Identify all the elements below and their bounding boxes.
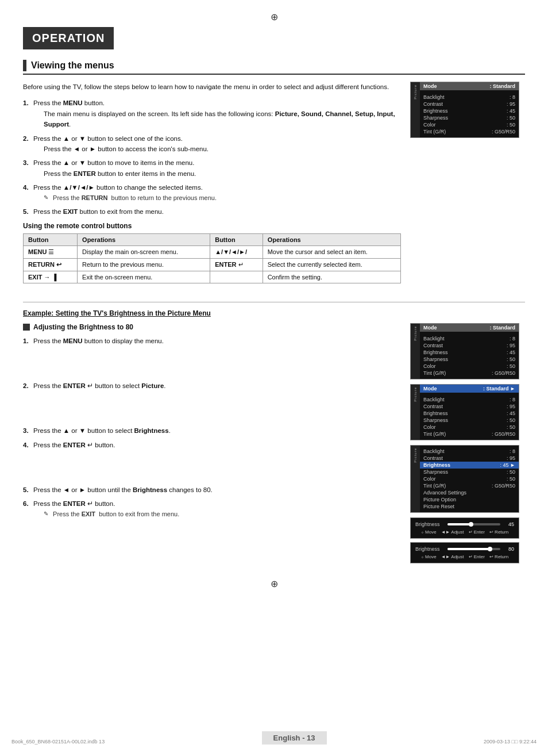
section1-main-text: Before using the TV, follow the steps be… [23, 82, 401, 293]
ex-step-5-content: Press the ◄ or ► button until the Bright… [33, 485, 401, 495]
slider-return-control-2: ↩ Return [489, 554, 508, 559]
table-cell-ops1-r1: Display the main on-screen menu. [78, 245, 210, 258]
step-1-num: 1. [23, 98, 33, 129]
tv-screen-ex2: Picture Mode: Standard ► Backlight: 8 Co… [410, 384, 519, 440]
step-4-note: ✎ Press the RETURN button to return to t… [44, 193, 401, 204]
table-cell-ops1-r3: Exit the on-screen menu. [78, 271, 210, 283]
step-3-content: Press the ▲ or ▼ button to move to items… [33, 158, 401, 179]
brightness-slider-45: Brightness 45 ⬦ Move ◄► Adjust ↵ Enter ↩… [410, 517, 519, 539]
example-screens-panel: Picture Mode: Standard Backlight: 8 Cont… [410, 323, 525, 567]
ex-step-6-note: ✎ Press the EXIT button to exit from the… [44, 509, 401, 520]
step-4-content: Press the ▲/▼/◄/► button to change the s… [33, 182, 401, 203]
sub-section-title-text: Adjusting the Brightness to 80 [33, 323, 133, 331]
section-title-bar [23, 60, 26, 71]
example-layout: Adjusting the Brightness to 80 1. Press … [23, 323, 525, 567]
slider-adjust-control-2: ◄► Adjust [441, 554, 464, 559]
ex-step-2-content: Press the ENTER ↵ button to select Pictu… [33, 381, 401, 391]
table-row: EXIT → ▐ Exit the on-screen menu. Confir… [24, 271, 401, 283]
screenshot-panel-top: Picture Mode: Standard Backlight: 8 Cont… [410, 82, 525, 293]
ex-step-6-num: 6. [23, 498, 33, 519]
example-step-6: 6. Press the ENTER ↵ button. ✎ Press the… [23, 498, 401, 519]
ex-step-6-content: Press the ENTER ↵ button. ✎ Press the EX… [33, 498, 401, 519]
table-cell-btn2-r2: ENTER ↵ [210, 258, 263, 271]
step-1-content: Press the MENU button. The main menu is … [33, 98, 401, 129]
intro-paragraph: Before using the TV, follow the steps be… [23, 82, 401, 92]
slider-enter-control: ↵ Enter [469, 529, 485, 535]
step-2-content: Press the ▲ or ▼ button to select one of… [33, 133, 401, 155]
ex-step-4-num: 4. [23, 440, 33, 450]
crosshair-top-decoration: ⊕ [23, 11, 525, 22]
table-header-ops2: Operations [263, 233, 400, 245]
remote-buttons-title: Using the remote control buttons [23, 222, 401, 230]
tv-screen-1: Picture Mode: Standard Backlight: 8 Cont… [410, 82, 519, 138]
table-cell-ops2-r1: Move the cursor and select an item. [263, 245, 400, 258]
operation-banner: OPERATION [23, 27, 114, 49]
step-5-num: 5. [23, 206, 33, 217]
table-cell-btn1-r2: RETURN ↩ [24, 258, 78, 271]
ex-step-1-content: Press the MENU button to display the men… [33, 336, 401, 346]
page-wrapper: ⊕ OPERATION Viewing the menus Before usi… [0, 0, 548, 756]
step-4-num: 4. [23, 182, 33, 203]
table-cell-btn2-r1: ▲/▼/◄/►/ [210, 245, 263, 258]
table-header-btn2: Button [210, 233, 263, 245]
remote-control-table: Button Operations Button Operations MENU… [23, 233, 401, 283]
tv-screen-ex3: Picture Backlight: 8 Contrast: 95 Bright… [410, 445, 519, 513]
step-3-num: 3. [23, 158, 33, 179]
step-2-num: 2. [23, 133, 33, 155]
brightness-slider-80: Brightness 80 ⬦ Move ◄► Adjust ↵ Enter ↩… [410, 542, 519, 563]
table-header-btn1: Button [24, 233, 78, 245]
step-1-sub: The main menu is displayed on the screen… [44, 109, 401, 130]
slider-adjust-control: ◄► Adjust [441, 529, 464, 535]
table-cell-btn1-r1: MENU ☰ [24, 245, 78, 258]
ex-step-3-num: 3. [23, 425, 33, 436]
example-step-1: 1. Press the MENU button to display the … [23, 336, 401, 346]
ex-step-5-num: 5. [23, 485, 33, 495]
section-divider-1 [23, 302, 525, 302]
step-2-sub: Press the ◄ or ► button to access the ic… [44, 144, 401, 154]
table-cell-ops1-r2: Return to the previous menu. [78, 258, 210, 271]
tv-screen-ex1: Picture Mode: Standard Backlight: 8 Cont… [410, 323, 519, 379]
section1-title: Viewing the menus [31, 60, 114, 71]
example-step-2: 2. Press the ENTER ↵ button to select Pi… [23, 381, 401, 391]
slider-return-control: ↩ Return [489, 529, 508, 535]
table-cell-ops2-r2: Select the currently selected item. [263, 258, 400, 271]
step-3: 3. Press the ▲ or ▼ button to move to it… [23, 158, 401, 179]
step-3-sub: Press the ENTER button to enter items in… [44, 168, 401, 179]
footer-right-text: 2009-03-13 □□ 9:22:44 [484, 739, 537, 745]
step-5-content: Press the EXIT button to exit from the m… [33, 206, 401, 217]
example-step-4: 4. Press the ENTER ↵ button. [23, 440, 401, 450]
slider-enter-control-2: ↵ Enter [469, 554, 485, 559]
example-step-5: 5. Press the ◄ or ► button until the Bri… [23, 485, 401, 495]
ex-step-2-num: 2. [23, 381, 33, 391]
table-cell-btn2-r3 [210, 271, 263, 283]
table-row: RETURN ↩ Return to the previous menu. EN… [24, 258, 401, 271]
crosshair-bottom-symbol: ⊕ [271, 578, 278, 589]
ex-step-1-num: 1. [23, 336, 33, 346]
crosshair-bottom-decoration: ⊕ [23, 578, 525, 589]
page-footer: Book_650_BN68-02151A-00L02.indb 13 Engli… [0, 731, 548, 745]
table-cell-btn1-r3: EXIT → ▐ [24, 271, 78, 283]
banner-title: OPERATION [32, 32, 105, 44]
slider-move-control: ⬦ Move [421, 529, 437, 535]
table-cell-ops2-r3: Confirm the setting. [263, 271, 400, 283]
section1-content: Before using the TV, follow the steps be… [23, 82, 525, 293]
table-row: MENU ☰ Display the main on-screen menu. … [24, 245, 401, 258]
example-steps: Adjusting the Brightness to 80 1. Press … [23, 323, 401, 567]
step-2: 2. Press the ▲ or ▼ button to select one… [23, 133, 401, 155]
slider-move-control-2: ⬦ Move [421, 554, 437, 559]
tv-menu-header-1: Mode: Standard [420, 82, 519, 90]
crosshair-symbol: ⊕ [271, 11, 278, 22]
footer-page-number: English - 13 [262, 731, 327, 745]
example-title: Example: Setting the TV's Brightness in … [23, 309, 525, 317]
ex-step-4-content: Press the ENTER ↵ button. [33, 440, 401, 450]
table-header-ops1: Operations [78, 233, 210, 245]
ex-step-3-content: Press the ▲ or ▼ button to select Bright… [33, 425, 401, 436]
section1-title-container: Viewing the menus [23, 60, 525, 75]
footer-left-text: Book_650_BN68-02151A-00L02.indb 13 [11, 739, 105, 745]
example-step-3: 3. Press the ▲ or ▼ button to select Bri… [23, 425, 401, 436]
step-4: 4. Press the ▲/▼/◄/► button to change th… [23, 182, 401, 203]
step-1: 1. Press the MENU button. The main menu … [23, 98, 401, 129]
sub-section-title: Adjusting the Brightness to 80 [23, 323, 401, 331]
step-5: 5. Press the EXIT button to exit from th… [23, 206, 401, 217]
sub-section-icon [23, 324, 30, 331]
